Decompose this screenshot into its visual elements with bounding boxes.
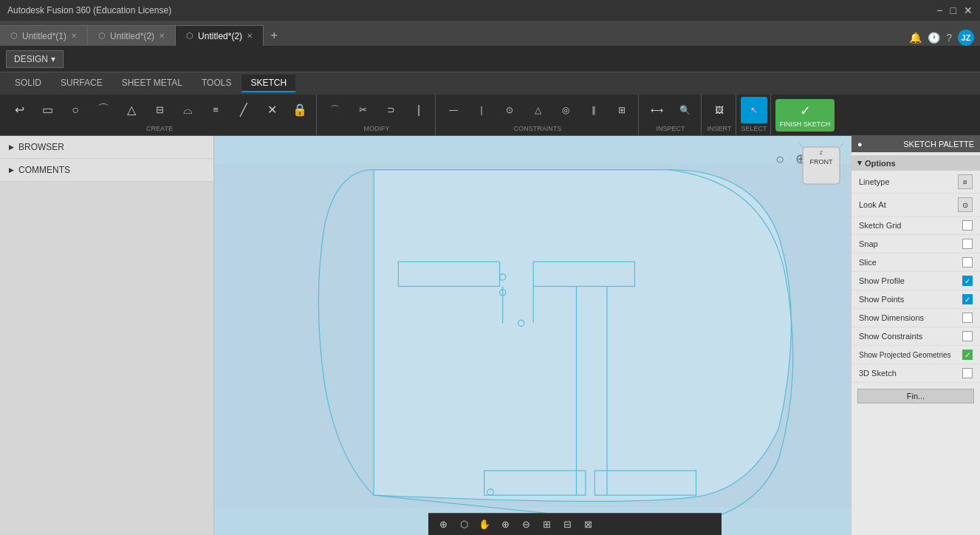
finish-sketch-button[interactable]: ✓ FINISH SKETCH [775,99,835,132]
linetype-label: Linetype [859,177,890,186]
close-button[interactable]: ✕ [964,4,973,16]
titlebar: Autodesk Fusion 360 (Education License) … [0,0,980,21]
line-tool[interactable]: ╱ [230,97,257,123]
sketch-palette: ● SKETCH PALETTE ▾ Options Linetype ≡ Lo… [851,136,980,535]
tab-sheet-metal[interactable]: SHEET METAL [113,75,191,92]
canvas[interactable]: ○ ⊕ FRONT Z ⊕ ⬡ ✋ ⊕ ⊖ ⊞ ⊟ ⊠ [214,136,851,535]
lookat-control[interactable]: ⊙ [958,197,973,212]
comments-label: COMMENTS [18,165,70,175]
showdimensions-row: Show Dimensions [851,309,980,327]
linetype-control[interactable]: ≡ [958,174,973,189]
insert-image-tool[interactable]: 🖼 [706,97,733,123]
spline-tool[interactable]: ⌓ [174,97,201,123]
new-tab-button[interactable]: + [264,25,284,46]
user-avatar[interactable]: JZ [958,30,974,46]
options-header[interactable]: ▾ Options [851,155,980,171]
bottom-tool-1[interactable]: ⊕ [434,516,452,534]
select-tool[interactable]: ↖ [741,97,767,123]
workspace-bar: DESIGN ▾ [0,46,980,72]
tab-surface[interactable]: SURFACE [52,75,112,92]
tab-1[interactable]: ⬡ Untitled*(1) ✕ [0,25,88,46]
fillet-tool[interactable]: ⌒ [321,97,348,123]
design-workspace-button[interactable]: DESIGN ▾ [6,50,64,68]
showprofile-checkbox[interactable]: ✓ [962,276,973,286]
slot-tool[interactable]: ⊟ [146,97,173,123]
toolbar-tabs: SOLID SURFACE SHEET METAL TOOLS SKETCH [0,72,980,95]
horizontal-constraint[interactable]: — [440,97,467,123]
tab-sketch[interactable]: SKETCH [241,75,295,92]
fix-constraint[interactable]: ◎ [552,97,579,123]
vertical-constraint[interactable]: | [468,97,495,123]
slice-row: Slice [851,253,980,272]
find-button[interactable]: Fin... [857,389,974,403]
tab-2[interactable]: ⬡ Untitled*(2) ✕ [88,25,176,46]
zoom-out-tool[interactable]: ⊖ [517,516,535,534]
snap-checkbox[interactable] [962,239,973,249]
tab-tools[interactable]: TOOLS [193,75,240,92]
slice-checkbox[interactable] [962,257,973,268]
maximize-button[interactable]: □ [950,4,956,16]
colinear-constraint[interactable]: ∥ [580,97,607,123]
rectangle-tool[interactable]: ▭ [34,97,61,123]
svg-text:FRONT: FRONT [810,158,833,166]
browser-label: BROWSER [18,142,64,152]
inspect-group: ⟷ 🔍 INSPECT [640,95,702,135]
tab-3-icon: ⬡ [186,31,193,41]
svg-text:Z: Z [820,150,823,155]
measure-tool[interactable]: ⟷ [643,97,670,123]
view-cube[interactable]: FRONT Z [799,143,843,188]
showconstraints-checkbox[interactable] [962,331,973,341]
slice-label: Slice [859,258,877,267]
showpoints-label: Show Points [859,295,904,304]
sketchgrid-checkbox[interactable] [962,220,973,231]
zoom-fit-tool[interactable]: ⊕ [496,516,514,534]
clock-icon[interactable]: 🕐 [928,32,940,44]
showprojected-checkbox[interactable]: ✓ [962,350,973,360]
polygon-tool[interactable]: △ [118,97,145,123]
midpoint-constraint[interactable]: △ [524,97,551,123]
comments-item[interactable]: ▶ COMMENTS [0,159,213,182]
tab-solid[interactable]: SOLID [6,75,50,92]
display-tool-3[interactable]: ⊠ [579,516,597,534]
help-icon[interactable]: ? [946,32,952,44]
extend-tool[interactable]: ⊃ [377,97,404,123]
coincident-constraint[interactable]: ⊙ [496,97,523,123]
orbit-icon[interactable]: ○ [775,151,784,168]
tab-3-close[interactable]: ✕ [247,32,253,40]
sketchgrid-label: Sketch Grid [859,221,901,230]
tab-3[interactable]: ⬡ Untitled*(2) ✕ [176,25,264,46]
create-label: CREATE [146,123,173,134]
trim-modify-tool[interactable]: ✂ [349,97,376,123]
bottom-tool-2[interactable]: ⬡ [455,516,473,534]
showprojected-row: Show Projected Geometries ✓ [851,346,980,364]
trim-tool[interactable]: ✕ [258,97,285,123]
conic-tool[interactable]: ≡ [202,97,229,123]
tab-bar: ⬡ Untitled*(1) ✕ ⬡ Untitled*(2) ✕ ⬡ Unti… [0,21,980,46]
circle-tool[interactable]: ○ [62,97,89,123]
minimize-button[interactable]: − [936,4,942,16]
tab-2-close[interactable]: ✕ [159,32,165,40]
constraints-group: — | ⊙ △ ◎ ∥ ⊞ CONSTRAINTS [437,95,639,135]
display-tool-1[interactable]: ⊞ [538,516,555,534]
sketch3d-checkbox[interactable] [962,368,973,378]
break-tool[interactable]: | [405,97,432,123]
tab-1-close[interactable]: ✕ [71,32,77,40]
palette-close-icon[interactable]: ● [857,140,863,149]
lock-tool[interactable]: 🔒 [287,97,313,123]
inspect-icon[interactable]: 🔍 [671,97,698,123]
showconstraints-label: Show Constraints [859,332,922,341]
finish-sketch-group: ✓ FINISH SKETCH [772,95,837,135]
arc-tool[interactable]: ⌒ [90,97,117,123]
showdimensions-checkbox[interactable] [962,313,973,323]
snap-row: Snap [851,235,980,253]
dimension-tool[interactable]: ⊞ [609,97,635,123]
showpoints-checkbox[interactable]: ✓ [962,294,973,304]
browser-item[interactable]: ▶ BROWSER [0,136,213,159]
app-title: Autodesk Fusion 360 (Education License) [7,5,171,16]
notification-icon[interactable]: 🔔 [909,32,922,44]
display-tool-2[interactable]: ⊟ [558,516,576,534]
pan-tool[interactable]: ✋ [476,516,493,534]
undo-tool[interactable]: ↩ [6,97,32,123]
browser-chevron: ▶ [9,143,14,151]
lookat-row: Look At ⊙ [851,194,980,217]
